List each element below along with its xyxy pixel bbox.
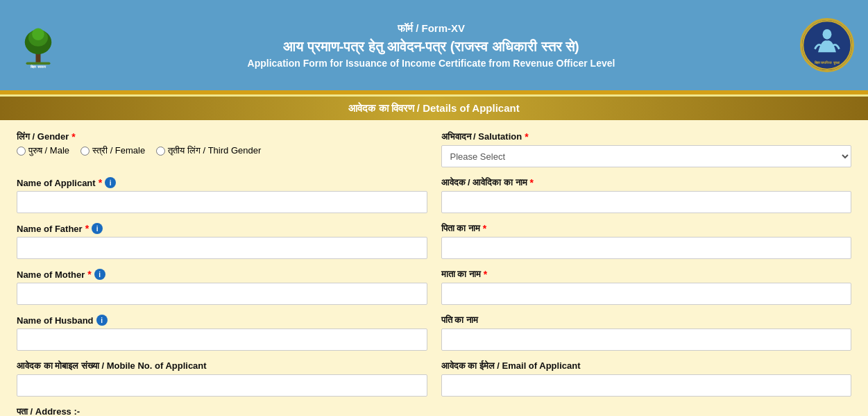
gender-third-option[interactable]: तृतीय लिंग / Third Gender — [156, 145, 261, 156]
col-name-father-eng: Name of Father * i — [17, 223, 427, 259]
row-name-father: Name of Father * i पिता का नाम * — [17, 223, 851, 259]
section-header: आवेदक का विवरण / Details of Applicant — [0, 97, 868, 120]
name-mother-hindi-label: माता का नाम * — [441, 269, 852, 280]
address-label: पता / Address :- — [17, 406, 427, 416]
salutation-label: अभिवादन / Salutation * — [441, 131, 852, 142]
emblem-svg: बिहार समाजिक सुरक्षा — [802, 18, 852, 72]
name-father-hindi-label: पिता का नाम * — [441, 223, 852, 234]
mobile-label: आवेदक का मोबाइल संख्या / Mobile No. of A… — [17, 360, 427, 372]
emblem-logo-right: बिहार समाजिक सुरक्षा — [800, 18, 854, 72]
gender-label: लिंग / Gender * — [17, 131, 427, 142]
gender-male-option[interactable]: पुरुष / Male — [17, 145, 69, 156]
row-gender-salutation: लिंग / Gender * पुरुष / Male स्त्री / Fe… — [17, 131, 851, 167]
col-name-applicant-hindi: आवेदक / आवेदिका का नाम * — [441, 177, 852, 213]
form-area: लिंग / Gender * पुरुष / Male स्त्री / Fe… — [0, 120, 868, 416]
row-name-applicant: Name of Applicant * i आवेदक / आवेदिका का… — [17, 177, 851, 213]
mobile-input[interactable] — [17, 374, 427, 397]
col-name-husband-hindi: पति का नाम — [441, 315, 852, 351]
name-husband-eng-label: Name of Husband i — [17, 315, 427, 326]
name-mother-eng-label: Name of Mother * i — [17, 269, 427, 280]
row-name-mother: Name of Mother * i माता का नाम * — [17, 269, 851, 305]
page-header: बिहार सरकार फॉर्म / Form-XV आय प्रमाण-पत… — [0, 0, 868, 90]
email-label: आवेदक का ईमेल / Email of Applicant — [441, 360, 852, 372]
name-husband-eng-input[interactable] — [17, 328, 427, 351]
gender-female-radio[interactable] — [80, 147, 90, 156]
name-husband-hindi-label: पति का नाम — [441, 315, 852, 326]
name-husband-hindi-input[interactable] — [441, 328, 852, 351]
col-gender: लिंग / Gender * पुरुष / Male स्त्री / Fe… — [17, 131, 427, 156]
name-applicant-info-icon[interactable]: i — [105, 177, 116, 188]
logo-left: बिहार सरकार — [14, 21, 62, 69]
name-mother-hindi-input[interactable] — [441, 283, 852, 305]
header-title-english: Application Form for Issuance of Income … — [62, 58, 800, 69]
name-applicant-hindi-label: आवेदक / आवेदिका का नाम * — [441, 177, 852, 188]
svg-point-8 — [823, 29, 832, 40]
row-mobile-email: आवेदक का मोबाइल संख्या / Mobile No. of A… — [17, 360, 851, 397]
name-father-hindi-input[interactable] — [441, 237, 852, 259]
name-applicant-eng-input[interactable] — [17, 191, 427, 213]
name-mother-info-icon[interactable]: i — [94, 269, 105, 280]
name-applicant-hindi-input[interactable] — [441, 191, 852, 213]
gender-radio-group: पुरुष / Male स्त्री / Female तृतीय लिंग … — [17, 145, 427, 156]
row-address-label: पता / Address :- — [17, 406, 851, 416]
header-title-hindi: आय प्रमाण-पत्र हेतु आवेदन-पत्र (राजस्व अ… — [62, 39, 800, 55]
bihar-govt-logo: बिहार सरकार — [14, 21, 62, 69]
gender-female-option[interactable]: स्त्री / Female — [80, 145, 145, 156]
col-mobile: आवेदक का मोबाइल संख्या / Mobile No. of A… — [17, 360, 427, 397]
gender-male-radio[interactable] — [17, 147, 26, 156]
col-name-husband-eng: Name of Husband i — [17, 315, 427, 351]
form-label: फॉर्म / Form-XV — [62, 22, 800, 35]
header-center: फॉर्म / Form-XV आय प्रमाण-पत्र हेतु आवेद… — [62, 22, 800, 69]
col-name-mother-eng: Name of Mother * i — [17, 269, 427, 305]
salutation-select[interactable]: Please Select श्री / Mr. श्रीमती / Mrs. … — [441, 145, 852, 167]
svg-text:बिहार सरकार: बिहार सरकार — [30, 65, 46, 69]
col-name-mother-hindi: माता का नाम * — [441, 269, 852, 305]
name-father-eng-label: Name of Father * i — [17, 223, 427, 234]
col-name-father-hindi: पिता का नाम * — [441, 223, 852, 259]
svg-point-5 — [32, 28, 44, 41]
col-email: आवेदक का ईमेल / Email of Applicant — [441, 360, 852, 397]
col-name-applicant-eng: Name of Applicant * i — [17, 177, 427, 213]
gender-third-radio[interactable] — [156, 147, 165, 156]
svg-text:बिहार समाजिक सुरक्षा: बिहार समाजिक सुरक्षा — [814, 60, 840, 65]
name-husband-info-icon[interactable]: i — [96, 315, 108, 326]
name-father-eng-input[interactable] — [17, 237, 427, 259]
col-salutation: अभिवादन / Salutation * Please Select श्र… — [441, 131, 852, 167]
row-name-husband: Name of Husband i पति का नाम — [17, 315, 851, 351]
name-father-info-icon[interactable]: i — [92, 223, 103, 234]
col-address-label: पता / Address :- — [17, 406, 427, 416]
email-input[interactable] — [441, 374, 852, 397]
name-mother-eng-input[interactable] — [17, 283, 427, 305]
name-applicant-eng-label: Name of Applicant * i — [17, 177, 427, 188]
